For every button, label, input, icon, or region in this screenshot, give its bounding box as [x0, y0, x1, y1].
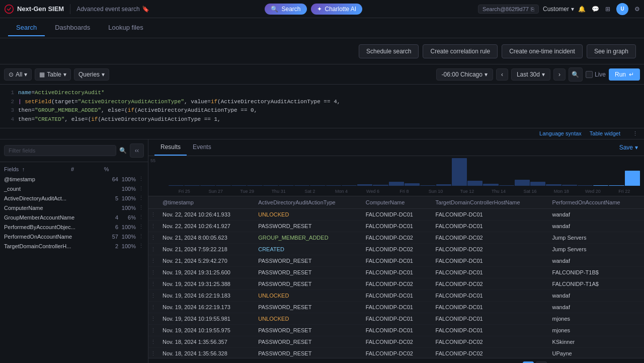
field-menu-icon[interactable]: ⋮ [136, 233, 144, 240]
all-selector[interactable]: ⊙ All ▾ [4, 68, 32, 81]
row-menu-icon[interactable]: ⋮ [148, 244, 158, 255]
cell-target-dc: FALCONIDP-DC01 [432, 325, 548, 336]
field-menu-icon[interactable]: ⋮ [136, 204, 144, 211]
app-name: Next-Gen SIEM [17, 5, 64, 13]
customer-menu[interactable]: Customer ▾ [543, 6, 574, 13]
table-row[interactable]: ⋮ Nov. 22, 2024 10:26:41.933 UNLOCKED FA… [148, 209, 644, 221]
prev-time-button[interactable]: ‹ [496, 68, 508, 81]
sidebar-field-item[interactable]: TargetDomainControllerH... 2 100% ⋮ [0, 241, 148, 251]
chevron-down-icon: ▾ [24, 71, 27, 78]
sidebar-field-item[interactable]: ActiveDirectoryAuditAct... 5 100% ⋮ [0, 193, 148, 203]
chart-bar [593, 185, 608, 186]
results-tabs: Results Events Save ▾ [148, 139, 644, 156]
create-incident-button[interactable]: Create one-time incident [502, 44, 583, 58]
row-menu-icon[interactable]: ⋮ [148, 313, 158, 325]
cell-account: mjones [548, 325, 644, 336]
chart-bar [389, 182, 404, 186]
table-row[interactable]: ⋮ Nov. 18, 2024 1:35:56.357 PASSWORD_RES… [148, 336, 644, 348]
expand-icon[interactable]: ⋮ [632, 130, 638, 137]
view-selector[interactable]: ▦ Table ▾ [35, 68, 71, 81]
bookmark-icon[interactable]: 🔖 [142, 6, 149, 13]
grid-icon[interactable]: ⊞ [605, 6, 610, 13]
copy-icon[interactable]: ⎘ [531, 6, 534, 12]
tab-lookup-files[interactable]: Lookup files [100, 20, 151, 36]
sidebar-collapse-button[interactable]: ‹‹ [130, 143, 144, 158]
field-menu-icon[interactable]: ⋮ [136, 214, 144, 221]
query-editor[interactable]: 1 name=ActiveDirectoryAudit* 2 | setFiel… [0, 85, 644, 128]
filter-fields-input[interactable] [4, 145, 116, 156]
table-row[interactable]: ⋮ Nov. 22, 2024 10:26:41.927 PASSWORD_RE… [148, 221, 644, 232]
chart-bar [373, 185, 388, 186]
avatar[interactable]: U [616, 3, 628, 15]
sidebar-field-item[interactable]: GroupMemberAccountName 4 6% ⋮ [0, 212, 148, 222]
live-toggle[interactable]: Live [586, 71, 606, 78]
chart-bar [279, 185, 294, 186]
field-menu-icon[interactable]: ⋮ [136, 176, 144, 182]
row-menu-icon[interactable]: ⋮ [148, 267, 158, 278]
charlotte-ai-button[interactable]: ✦ Charlotte AI [311, 4, 363, 15]
tab-dashboards[interactable]: Dashboards [47, 20, 98, 36]
timezone-selector[interactable]: -06:00 Chicago ▾ [436, 68, 493, 81]
sidebar-field-item[interactable]: @timestamp 64 100% ⋮ [0, 174, 148, 184]
table-row[interactable]: ⋮ Nov. 19, 2024 19:31:25.600 PASSWORD_RE… [148, 267, 644, 278]
fields-sort-button[interactable]: Fields ↑ [4, 166, 39, 172]
see-in-graph-button[interactable]: See in graph [587, 44, 636, 58]
run-button[interactable]: Run ↵ [609, 68, 640, 81]
table-widget-link[interactable]: Table widget [590, 130, 620, 137]
row-menu-icon[interactable]: ⋮ [148, 221, 158, 232]
table-row[interactable]: ⋮ Nov. 21, 2024 7:59:22.218 CREATED FALC… [148, 244, 644, 255]
sidebar-field-item[interactable]: ComputerName 100% ⋮ [0, 203, 148, 212]
table-row[interactable]: ⋮ Nov. 18, 2024 1:35:56.328 PASSWORD_RES… [148, 348, 644, 358]
table-row[interactable]: ⋮ Nov. 19, 2024 10:19:55.975 PASSWORD_RE… [148, 325, 644, 336]
row-menu-icon[interactable]: ⋮ [148, 209, 158, 221]
row-menu-icon[interactable]: ⋮ [148, 336, 158, 348]
search-button[interactable]: 🔍 Search [265, 4, 306, 15]
next-time-button[interactable]: › [553, 68, 566, 81]
chart-bar [294, 185, 309, 186]
chat-icon[interactable]: 💬 [592, 6, 599, 13]
queries-selector[interactable]: Queries ▾ [74, 68, 109, 81]
row-menu-icon[interactable]: ⋮ [148, 290, 158, 302]
row-menu-icon[interactable]: ⋮ [148, 302, 158, 313]
bell-icon[interactable]: 🔔 [578, 6, 586, 13]
row-menu-icon[interactable]: ⋮ [148, 278, 158, 290]
tab-results[interactable]: Results [154, 139, 187, 156]
row-menu-icon[interactable]: ⋮ [148, 232, 158, 244]
table-row[interactable]: ⋮ Nov. 21, 2024 8:00:05.623 GROUP_MEMBER… [148, 232, 644, 244]
results-table-container[interactable]: @timestamp ActiveDirectoryAuditActionTyp… [148, 196, 644, 358]
table-row[interactable]: ⋮ Nov. 19, 2024 16:22:19.183 UNLOCKED FA… [148, 290, 644, 302]
row-menu-icon[interactable]: ⋮ [148, 325, 158, 336]
create-correlation-button[interactable]: Create correlation rule [423, 44, 498, 58]
schedule-search-button[interactable]: Schedule search [359, 44, 419, 58]
table-row[interactable]: ⋮ Nov. 19, 2024 19:31:25.388 PASSWORD_RE… [148, 278, 644, 290]
row-menu-icon[interactable]: ⋮ [148, 348, 158, 358]
field-menu-icon[interactable]: ⋮ [136, 224, 144, 230]
settings-icon[interactable]: ⚙ [634, 6, 640, 13]
tab-events[interactable]: Events [187, 139, 217, 156]
cell-timestamp: Nov. 22, 2024 10:26:41.933 [158, 209, 254, 221]
timeline-label: Sun 27 [200, 189, 231, 194]
save-button[interactable]: Save ▾ [619, 144, 638, 151]
field-menu-icon[interactable]: ⋮ [136, 195, 144, 201]
cell-target-dc: FALCONIDP-DC01 [432, 267, 548, 278]
cell-target-dc: FALCONIDP-DC01 [432, 221, 548, 232]
cell-action-type: PASSWORD_RESET [254, 278, 362, 290]
time-range-selector[interactable]: Last 30d ▾ [511, 68, 550, 81]
language-syntax-link[interactable]: Language syntax [539, 130, 582, 137]
table-row[interactable]: ⋮ Nov. 19, 2024 10:19:55.981 UNLOCKED FA… [148, 313, 644, 325]
field-menu-icon[interactable]: ⋮ [136, 185, 144, 192]
sidebar-field-item[interactable]: PerformedByAccountObjec... 6 100% ⋮ [0, 222, 148, 232]
col-computer: ComputerName [362, 196, 432, 209]
live-checkbox[interactable] [586, 71, 593, 78]
sidebar-fields-list: @timestamp 64 100% ⋮ _count 100% ⋮ Activ… [0, 174, 148, 251]
sidebar-field-item[interactable]: PerformedOnAccountName 57 100% ⋮ [0, 232, 148, 241]
tab-search[interactable]: Search [8, 20, 45, 36]
cell-account: Jump Servers [548, 232, 644, 244]
row-menu-icon[interactable]: ⋮ [148, 255, 158, 267]
main-content: 🔍 ‹‹ Fields ↑ # % @timestamp 64 100% ⋮ _… [0, 139, 644, 363]
field-menu-icon[interactable]: ⋮ [136, 243, 144, 249]
table-row[interactable]: ⋮ Nov. 21, 2024 5:29:42.270 PASSWORD_RES… [148, 255, 644, 267]
sidebar-field-item[interactable]: _count 100% ⋮ [0, 184, 148, 193]
table-row[interactable]: ⋮ Nov. 19, 2024 16:22:19.173 PASSWORD_RE… [148, 302, 644, 313]
search-query-button[interactable]: 🔍 [569, 67, 583, 82]
